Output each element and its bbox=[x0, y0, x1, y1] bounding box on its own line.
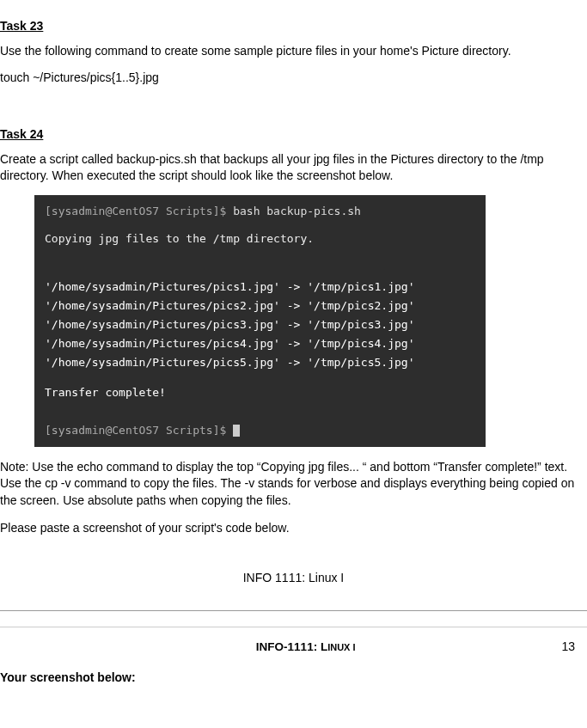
page-footer: INFO-1111: LINUX I 13 bbox=[0, 627, 587, 665]
task24-paste-instruction: Please paste a screenshot of your script… bbox=[0, 520, 587, 537]
terminal-prompt: [sysadmin@CentOS7 Scripts]$ bbox=[45, 424, 233, 437]
terminal-transfer-line: Transfer complete! bbox=[45, 383, 475, 402]
terminal-file-line: '/home/sysadmin/Pictures/pics5.jpg' -> '… bbox=[45, 356, 414, 369]
terminal-command: bash backup-pics.sh bbox=[233, 205, 361, 217]
terminal-file-line: '/home/sysadmin/Pictures/pics4.jpg' -> '… bbox=[45, 337, 414, 350]
task24-note: Note: Use the echo command to display th… bbox=[0, 459, 587, 510]
section-divider bbox=[0, 610, 587, 611]
task23-instruction: Use the following command to create some… bbox=[0, 43, 587, 60]
task23-heading: Task 23 bbox=[0, 19, 587, 33]
terminal-prompt: [sysadmin@CentOS7 Scripts]$ bbox=[45, 205, 233, 217]
task24-instruction: Create a script called backup-pics.sh th… bbox=[0, 151, 587, 185]
terminal-screenshot: [sysadmin@CentOS7 Scripts]$ bash backup-… bbox=[34, 195, 486, 447]
page-number: 13 bbox=[561, 639, 580, 653]
task24-heading: Task 24 bbox=[0, 127, 587, 141]
task23-command: touch ~/Pictures/pics{1..5}.jpg bbox=[0, 70, 587, 84]
terminal-copying-line: Copying jpg files to the /tmp directory. bbox=[45, 229, 475, 248]
terminal-file-line: '/home/sysadmin/Pictures/pics3.jpg' -> '… bbox=[45, 318, 414, 331]
page-footer-title: INFO-1111: LINUX I bbox=[50, 640, 561, 653]
your-screenshot-heading: Your screenshot below: bbox=[0, 670, 587, 684]
terminal-cursor bbox=[233, 425, 240, 437]
terminal-file-line: '/home/sysadmin/Pictures/pics2.jpg' -> '… bbox=[45, 299, 414, 312]
terminal-file-line: '/home/sysadmin/Pictures/pics1.jpg' -> '… bbox=[45, 280, 414, 293]
course-footer-center: INFO 1111: Linux I bbox=[0, 571, 587, 584]
